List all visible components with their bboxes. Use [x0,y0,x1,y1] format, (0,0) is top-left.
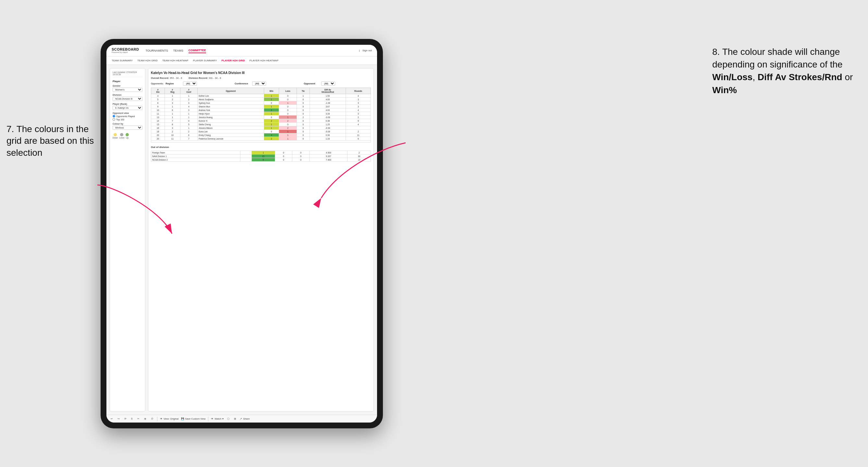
cell-div: 5 [151,98,165,101]
legend-dot-up [126,133,129,136]
overall-record: Overall Record: 353 - 34 - 6 [151,76,182,80]
nav-tournaments[interactable]: TOURNAMENTS [145,49,168,53]
view-original-button[interactable]: 👁 View: Original [160,417,179,420]
nav-right: | Sign out [359,49,372,52]
cell-tie: 0 [297,123,310,126]
cell-reg: 10 [165,133,180,137]
tab-team-h2h-grid[interactable]: TEAM H2H GRID [137,58,158,63]
cut-button[interactable]: ✂ [136,417,141,421]
division-select[interactable]: NCAA Division III [113,97,143,101]
table-row: 18 2 2 Euna Lee 0 1 0 -5.00 2 [151,130,371,133]
cell-conf: 2 [180,130,197,133]
cell-diff: 1.33 [310,137,346,141]
conf-filter-select[interactable]: (All) [252,82,266,86]
undo-button[interactable]: ↩ [110,417,114,421]
nav-committee[interactable]: COMMITTEE [188,48,206,53]
radio-opponents-played[interactable]: Opponents Played [113,115,143,118]
cell-conf: 6 [180,133,197,137]
gender-select[interactable]: Women's [113,88,143,92]
legend-down: Down [113,133,118,139]
cell-loss: 0 [275,158,292,162]
col-opponent: Opponent [197,88,264,94]
opponents-filter-label: Opponents: [151,83,163,85]
save-custom-button[interactable]: 💾 Save Custom View [181,417,206,420]
cell-loss: 0 [279,108,297,112]
add-button[interactable]: ⊕ [143,417,147,421]
tab-team-summary[interactable]: TEAM SUMMARY [112,58,133,63]
cell-rounds: 2 [347,151,371,154]
cell-loss: 2 [279,119,297,123]
cell-tie: 0 [297,112,310,116]
cell-diff: 1.25 [310,123,346,126]
cell-rounds: 3 [346,98,371,101]
cell-diff: 4.500 [310,151,347,154]
redo-button[interactable]: ↪ [117,417,121,421]
opponents-played-label: Opponents Played [116,115,135,118]
cell-diff: 4.00 [310,98,346,101]
cell-opponent: Emily Chang [197,133,264,137]
grid-icon-1[interactable]: ⬡ [226,417,230,421]
region-filter-title: Region [165,82,182,85]
annotation-right: 8. The colour shade will change dependin… [712,45,862,96]
save-icon: 💾 [181,417,184,420]
cell-win: 1 [264,105,279,108]
table-row: 6 3 3 Sydney Kuo 0 1 0 -1.00 3 [151,101,371,105]
player-section-title: Player [113,80,143,83]
cell-conf: 1 [180,112,197,116]
share-button[interactable]: ↗ Share [240,417,250,420]
cell-conf: 3 [180,101,197,105]
cell-diff: 0.30 [310,133,346,137]
col-win: Win [264,88,279,94]
colour-by-select[interactable]: Win/loss [113,126,143,130]
table-row: NAIA Division 1 15 0 0 9.267 30 [151,154,371,158]
cell-diff: 3.33 [310,112,346,116]
tab-player-summary[interactable]: PLAYER SUMMARY [193,58,217,63]
col-diff-av: Diff AvStrokes/Rnd [310,88,346,94]
cell-diff: 1.50 [310,94,346,98]
cell-rounds [346,126,371,130]
nav-teams[interactable]: TEAMS [173,49,183,53]
tab-team-h2h-heatmap[interactable]: TEAM H2H HEATMAP [162,58,188,63]
legend-up: Up [126,133,129,139]
tab-player-h2h-heatmap[interactable]: PLAYER H2H HEATMAP [250,58,279,63]
nav-items: TOURNAMENTS TEAMS COMMITTEE [145,48,352,53]
cell-opponent: Jessica Huang [197,116,264,119]
sign-out-link[interactable]: Sign out [363,49,372,52]
cell-win: 2 [264,137,279,141]
col-loss: Loss [279,88,297,94]
logo-main: SCOREBOARD [112,48,139,51]
col-conf: #Conf [180,88,197,94]
cell-conf: 7 [180,137,197,141]
cell-reg: 1 [165,94,180,98]
legend-label-level: Level [119,136,125,139]
cell-div: 14 [151,119,165,123]
opp-filter-select[interactable]: (All) [321,82,335,86]
region-filter-select[interactable]: (All) [183,82,197,86]
tab-player-h2h-grid[interactable]: PLAYER H2H GRID [222,58,245,63]
colour-by-field: Colour by Win/loss [113,123,143,130]
table-row: NCAA Division 2 5 0 0 7.400 10 [151,158,371,162]
grid-panel: Katelyn Vo Head-to-Head Grid for Women's… [148,68,374,411]
cell-diff: -0.94 [310,126,346,130]
grid-icon-2[interactable]: ⊞ [233,417,237,421]
copy-button[interactable]: ⎘ [130,417,134,421]
nav-bar: SCOREBOARD Powered by clippd TOURNAMENTS… [106,45,377,57]
app-logo: SCOREBOARD Powered by clippd [112,48,139,53]
cell-tie: 0 [297,133,310,137]
player-rank-select[interactable]: 8. Katelyn Vo [113,106,143,110]
timer-button[interactable]: ⏱ [150,417,154,421]
cell-tie: 1 [297,94,310,98]
table-row: 5 2 2 Alexis Sudjianto 1 0 0 4.00 3 [151,98,371,101]
legend-dot-down [114,133,117,136]
refresh-button[interactable]: ⟳ [123,417,127,421]
cell-loss: 0 [279,98,297,101]
chevron-down-icon: ▾ [222,417,224,420]
cell-conf: 3 [180,108,197,112]
top-100-label: Top 100 [116,119,124,121]
table-row: 9 1 4 Sharon Mun 1 0 0 3.67 3 [151,105,371,108]
colour-by-label: Colour by [113,123,143,125]
cell-loss: 0 [279,94,297,98]
watch-button[interactable]: 👁 Watch ▾ [211,417,224,420]
cell-opponent: Andrea York [197,108,264,112]
radio-top-100[interactable]: Top 100 [113,118,143,121]
